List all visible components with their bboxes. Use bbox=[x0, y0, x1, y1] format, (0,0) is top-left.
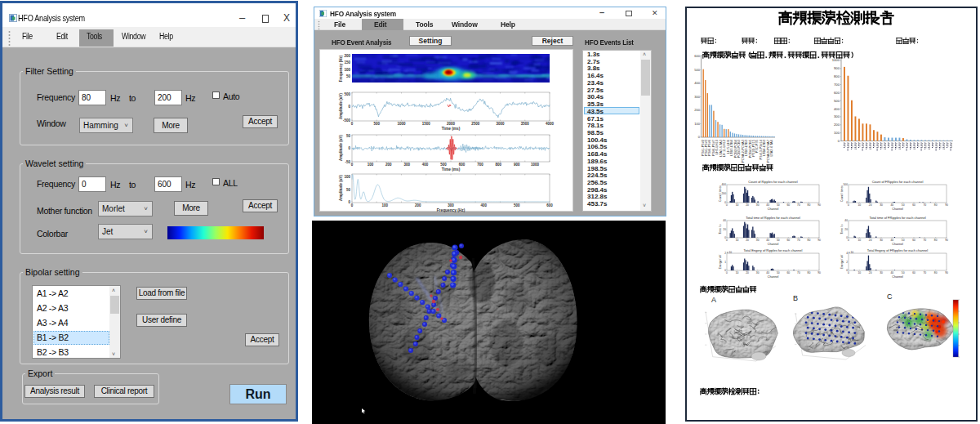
svg-text:0: 0 bbox=[848, 203, 849, 207]
svg-text:150: 150 bbox=[344, 60, 350, 65]
svg-text:500: 500 bbox=[834, 99, 840, 103]
svg-text:40: 40 bbox=[890, 203, 893, 207]
svg-text:100: 100 bbox=[344, 175, 350, 179]
svg-text:0: 0 bbox=[848, 271, 849, 274]
svg-text:10: 10 bbox=[736, 203, 739, 207]
svg-text:500: 500 bbox=[843, 183, 848, 186]
svg-text:20: 20 bbox=[869, 239, 872, 242]
svg-text:40: 40 bbox=[766, 203, 769, 207]
svg-text:100: 100 bbox=[368, 163, 374, 167]
svg-text:Channel: Channel bbox=[892, 208, 903, 211]
svg-text:Channel: Channel bbox=[768, 275, 779, 279]
svg-text:60: 60 bbox=[912, 239, 915, 242]
svg-text:60: 60 bbox=[786, 271, 790, 274]
svg-text:600: 600 bbox=[459, 163, 466, 167]
svg-text:0: 0 bbox=[351, 122, 354, 126]
svg-text:70: 70 bbox=[923, 271, 926, 274]
svg-text:70: 70 bbox=[797, 203, 800, 207]
svg-text:90: 90 bbox=[945, 239, 948, 242]
svg-text:3500: 3500 bbox=[521, 122, 530, 126]
svg-text:40: 40 bbox=[723, 219, 726, 222]
svg-text:Energy / uV: Energy / uV bbox=[719, 254, 722, 269]
svg-text:Time (ms): Time (ms) bbox=[442, 167, 461, 172]
svg-text:10: 10 bbox=[858, 239, 861, 242]
svg-text:60: 60 bbox=[912, 203, 915, 207]
svg-text:100: 100 bbox=[382, 203, 389, 208]
svg-text:50: 50 bbox=[777, 271, 780, 274]
svg-text:Time (ms): Time (ms) bbox=[442, 127, 461, 131]
svg-text:80: 80 bbox=[808, 271, 811, 274]
svg-text:30: 30 bbox=[756, 239, 760, 242]
svg-text:200: 200 bbox=[344, 54, 350, 58]
svg-text:90: 90 bbox=[817, 271, 821, 274]
svg-text:Amplitude (uV): Amplitude (uV) bbox=[339, 135, 343, 161]
svg-text:70: 70 bbox=[797, 271, 800, 274]
svg-text:10: 10 bbox=[736, 271, 739, 274]
svg-text:60: 60 bbox=[912, 271, 915, 274]
svg-text:Channel: Channel bbox=[768, 243, 779, 246]
svg-text:Total Engery of Ripples for ea: Total Engery of Ripples for each channel bbox=[744, 248, 803, 252]
svg-text:1500: 1500 bbox=[422, 122, 431, 126]
svg-text:Channel: Channel bbox=[768, 208, 779, 211]
svg-text:50: 50 bbox=[902, 203, 905, 207]
svg-text:-500: -500 bbox=[343, 118, 351, 123]
svg-text:Energy / uV: Energy / uV bbox=[840, 254, 844, 269]
svg-text:0: 0 bbox=[348, 146, 350, 150]
svg-text:30: 30 bbox=[756, 203, 760, 207]
svg-text:200: 200 bbox=[834, 123, 840, 127]
svg-text:20: 20 bbox=[869, 203, 872, 207]
svg-text:50: 50 bbox=[346, 134, 351, 138]
svg-text:90: 90 bbox=[817, 239, 821, 242]
svg-text:80: 80 bbox=[808, 203, 811, 207]
svg-text:Amplitude (uV): Amplitude (uV) bbox=[339, 175, 343, 201]
svg-text:500: 500 bbox=[373, 122, 380, 126]
svg-text:20: 20 bbox=[869, 271, 872, 274]
svg-text:0: 0 bbox=[351, 203, 354, 208]
svg-text:10: 10 bbox=[858, 203, 861, 207]
svg-text:400: 400 bbox=[834, 107, 840, 111]
svg-text:20: 20 bbox=[746, 271, 749, 274]
svg-text:0: 0 bbox=[848, 239, 849, 242]
svg-text:A: A bbox=[711, 296, 716, 304]
svg-text:0: 0 bbox=[726, 239, 728, 242]
svg-text:3000: 3000 bbox=[496, 122, 505, 126]
svg-text:20: 20 bbox=[746, 239, 749, 242]
svg-text:40: 40 bbox=[890, 271, 893, 274]
svg-text:90: 90 bbox=[817, 203, 821, 207]
svg-text:600: 600 bbox=[694, 54, 700, 58]
svg-text:B: B bbox=[793, 294, 798, 302]
svg-text:100: 100 bbox=[834, 131, 840, 135]
svg-text:50: 50 bbox=[902, 271, 905, 274]
svg-text:20: 20 bbox=[844, 228, 848, 231]
svg-text:70: 70 bbox=[923, 239, 926, 242]
svg-text:30: 30 bbox=[880, 203, 883, 207]
svg-text:60: 60 bbox=[786, 239, 790, 242]
svg-text:0: 0 bbox=[726, 271, 728, 274]
svg-text:4: 4 bbox=[846, 252, 848, 255]
svg-text:C: C bbox=[887, 292, 893, 301]
svg-text:0: 0 bbox=[726, 203, 728, 207]
svg-text:80: 80 bbox=[934, 239, 938, 242]
svg-text:Time / s: Time / s bbox=[719, 224, 722, 234]
svg-text:300: 300 bbox=[834, 114, 840, 118]
svg-text:500: 500 bbox=[440, 163, 447, 167]
svg-text:Channel: Channel bbox=[892, 243, 903, 246]
svg-text:10: 10 bbox=[858, 271, 861, 274]
svg-text:x 10: x 10 bbox=[849, 251, 853, 254]
svg-text:400: 400 bbox=[721, 183, 726, 186]
svg-text:400: 400 bbox=[422, 163, 429, 167]
svg-text:400: 400 bbox=[481, 203, 488, 208]
svg-text:Count / times: Count / times bbox=[840, 185, 844, 202]
svg-text:60: 60 bbox=[786, 203, 790, 207]
svg-text:Total time of FRipples for eac: Total time of FRipples for each channel bbox=[869, 216, 925, 220]
svg-text:1: 1 bbox=[724, 261, 726, 264]
svg-text:0: 0 bbox=[351, 163, 354, 167]
svg-text:500: 500 bbox=[514, 203, 520, 208]
svg-text:500: 500 bbox=[694, 68, 700, 72]
svg-text:30: 30 bbox=[880, 271, 883, 274]
svg-text:20: 20 bbox=[746, 203, 749, 207]
svg-text:50: 50 bbox=[346, 188, 351, 192]
svg-text:2: 2 bbox=[724, 252, 726, 255]
svg-text:500: 500 bbox=[344, 92, 350, 96]
svg-text:40: 40 bbox=[766, 239, 769, 242]
